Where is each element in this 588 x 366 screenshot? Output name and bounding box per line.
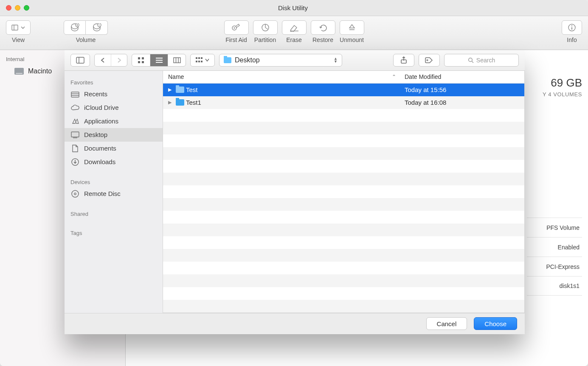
restore-button[interactable] bbox=[311, 20, 335, 35]
open-panel-sidebar: Favorites Recents iCloud Drive Applicati… bbox=[65, 71, 163, 313]
folder-icon bbox=[176, 87, 186, 93]
back-button[interactable] bbox=[95, 54, 111, 66]
sidebar-toggle-button[interactable] bbox=[70, 54, 90, 67]
svg-point-9 bbox=[571, 25, 572, 26]
svg-rect-13 bbox=[138, 57, 140, 59]
empty-row bbox=[163, 287, 524, 300]
file-name: Test bbox=[186, 86, 405, 93]
svg-rect-28 bbox=[201, 61, 203, 62]
open-panel-footer: Cancel Choose bbox=[65, 313, 525, 334]
path-label: Desktop bbox=[235, 56, 260, 64]
empty-row bbox=[163, 134, 524, 147]
kv-enabled: Enabled bbox=[527, 237, 582, 257]
view-button[interactable] bbox=[6, 20, 31, 35]
toolbar: View Volume First Aid bbox=[0, 16, 588, 50]
sidebar-item-label: Documents bbox=[84, 145, 116, 152]
svg-rect-33 bbox=[71, 92, 79, 97]
empty-row bbox=[163, 274, 524, 287]
tags-button[interactable] bbox=[419, 54, 440, 67]
file-table: ▶TestToday at 15:56▶Test1Today at 16:08 bbox=[163, 84, 524, 313]
updown-icon: ▲▼ bbox=[334, 57, 338, 63]
forward-button[interactable] bbox=[111, 54, 127, 66]
svg-point-39 bbox=[72, 190, 79, 197]
volume-remove-button[interactable] bbox=[86, 20, 108, 35]
empty-row bbox=[163, 160, 524, 173]
unmount-button[interactable] bbox=[340, 20, 364, 35]
kv-type: PFS Volume bbox=[527, 218, 582, 237]
svg-rect-26 bbox=[196, 61, 197, 62]
sidebar-disk-label: Macinto bbox=[28, 67, 52, 75]
open-panel: Desktop ▲▼ Search Favorites Recents bbox=[65, 50, 525, 334]
icon-view-button[interactable] bbox=[132, 54, 150, 66]
list-view-button[interactable] bbox=[150, 54, 168, 66]
desktop-icon bbox=[70, 131, 80, 139]
empty-row bbox=[163, 122, 524, 134]
disclosure-icon[interactable]: ▶ bbox=[168, 87, 176, 92]
cloud-icon bbox=[70, 104, 80, 112]
file-list: Name ⌃ Date Modified ▶TestToday at 15:56… bbox=[163, 71, 525, 313]
sidebar-item-documents[interactable]: Documents bbox=[65, 142, 163, 155]
sidebar-item-remote-disc[interactable]: Remote Disc bbox=[65, 187, 163, 201]
volume-label: Volume bbox=[76, 36, 96, 43]
sidebar-item-label: Desktop bbox=[84, 131, 107, 138]
column-date-label: Date Modified bbox=[405, 73, 441, 80]
sidebar-item-applications[interactable]: Applications bbox=[65, 115, 163, 128]
empty-row bbox=[163, 249, 524, 262]
svg-rect-0 bbox=[12, 25, 18, 30]
info-button[interactable] bbox=[562, 20, 582, 35]
sidebar-item-label: iCloud Drive bbox=[84, 104, 119, 111]
window-titlebar: Disk Utility bbox=[0, 0, 588, 16]
folder-icon bbox=[176, 99, 186, 106]
sidebar-item-downloads[interactable]: Downloads bbox=[65, 155, 163, 169]
file-row[interactable]: ▶TestToday at 15:56 bbox=[163, 84, 524, 96]
sort-indicator-icon: ⌃ bbox=[392, 74, 396, 80]
file-row[interactable]: ▶Test1Today at 16:08 bbox=[163, 96, 524, 109]
svg-rect-16 bbox=[142, 61, 144, 63]
svg-rect-15 bbox=[138, 61, 140, 63]
cancel-button[interactable]: Cancel bbox=[426, 317, 467, 330]
svg-rect-11 bbox=[76, 57, 84, 63]
devices-label: Devices bbox=[65, 175, 163, 187]
share-button[interactable] bbox=[393, 54, 414, 67]
shared-label: Shared bbox=[65, 207, 163, 219]
empty-row bbox=[163, 224, 524, 236]
volumes-count: Y 4 VOLUMES bbox=[543, 91, 582, 98]
svg-point-31 bbox=[469, 58, 473, 62]
restore-label: Restore bbox=[312, 36, 333, 43]
nav-buttons bbox=[94, 54, 127, 67]
open-panel-toolbar: Desktop ▲▼ Search bbox=[65, 50, 525, 71]
erase-button[interactable] bbox=[282, 20, 307, 35]
applications-icon bbox=[70, 117, 80, 125]
search-icon bbox=[468, 57, 474, 63]
disc-icon bbox=[70, 190, 80, 198]
column-view-button[interactable] bbox=[168, 54, 186, 66]
volume-add-button[interactable] bbox=[64, 20, 86, 35]
column-date[interactable]: Date Modified bbox=[405, 73, 519, 80]
svg-rect-36 bbox=[71, 132, 79, 137]
documents-icon bbox=[70, 145, 80, 152]
column-header: Name ⌃ Date Modified bbox=[163, 71, 524, 84]
group-by-button[interactable] bbox=[190, 54, 215, 67]
disclosure-icon[interactable]: ▶ bbox=[168, 100, 176, 105]
search-field[interactable]: Search bbox=[444, 54, 519, 67]
sidebar-item-desktop[interactable]: Desktop bbox=[65, 128, 163, 142]
partition-button[interactable] bbox=[253, 20, 278, 35]
column-name-label: Name bbox=[168, 73, 184, 80]
hdd-icon bbox=[14, 68, 24, 75]
search-placeholder: Search bbox=[476, 57, 495, 64]
empty-row bbox=[163, 262, 524, 274]
folder-icon bbox=[224, 57, 231, 63]
downloads-icon bbox=[70, 158, 80, 166]
empty-row bbox=[163, 185, 524, 198]
sidebar-item-label: Applications bbox=[84, 117, 118, 125]
svg-rect-10 bbox=[571, 27, 572, 30]
sidebar-item-icloud[interactable]: iCloud Drive bbox=[65, 101, 163, 115]
sidebar-item-recents[interactable]: Recents bbox=[65, 87, 163, 101]
tags-label: Tags bbox=[65, 226, 163, 238]
kv-connection: PCI-Express bbox=[527, 257, 582, 276]
column-name[interactable]: Name ⌃ bbox=[168, 73, 405, 80]
first-aid-button[interactable] bbox=[224, 20, 249, 35]
choose-button[interactable]: Choose bbox=[474, 317, 517, 330]
kv-device: disk1s1 bbox=[527, 276, 582, 296]
path-popup[interactable]: Desktop ▲▼ bbox=[219, 54, 342, 67]
